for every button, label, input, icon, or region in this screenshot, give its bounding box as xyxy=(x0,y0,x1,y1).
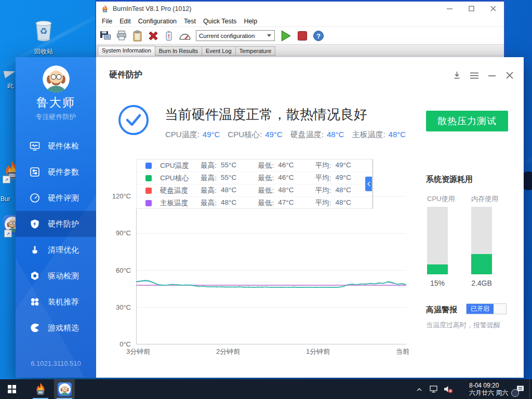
help-icon[interactable]: ? xyxy=(313,30,324,42)
monitor-pulse-icon xyxy=(30,141,40,151)
sidebar-item-game-picks[interactable]: 游戏精选 xyxy=(16,315,96,341)
taskbar-item-ludashi[interactable] xyxy=(54,379,75,399)
menu-configuration[interactable]: Configuration xyxy=(135,18,180,25)
menu-quick-tests[interactable]: Quick Tests xyxy=(200,18,240,25)
start-button[interactable] xyxy=(0,379,24,399)
avg-value: 49°C xyxy=(336,174,351,183)
tab-system-information[interactable]: System Information xyxy=(98,46,155,56)
series-name: CPU温度 xyxy=(160,161,201,170)
recycle-bin-shortcut[interactable]: ♻ 回收站 xyxy=(26,17,61,56)
memory-usage-bar xyxy=(471,207,492,274)
tab-temperature[interactable]: Temperature xyxy=(235,46,276,56)
show-desktop-button[interactable] xyxy=(529,379,532,399)
cpu-usage-label: CPU使用 xyxy=(427,194,455,204)
delete-icon[interactable] xyxy=(148,30,159,42)
sidebar-item-hardware-checkup[interactable]: 硬件体检 xyxy=(16,133,96,159)
memory-usage-bar-fill xyxy=(471,254,492,274)
status-ok-icon xyxy=(118,105,149,135)
maximize-button[interactable] xyxy=(460,2,482,16)
sidebar-item-cleanup[interactable]: 清理优化 xyxy=(16,237,96,263)
svg-text:♻: ♻ xyxy=(39,26,47,36)
menu-edit[interactable]: Edit xyxy=(116,18,135,25)
windows-logo-icon xyxy=(8,385,16,393)
x-axis-label: 2分钟前 xyxy=(216,347,240,356)
avg-value: 48°C xyxy=(336,198,351,208)
series-color-swatch xyxy=(145,200,152,206)
sidebar-item-label: 硬件防护 xyxy=(48,219,79,229)
ludashi-app-icon xyxy=(58,382,72,396)
metric-label: 主板温度: xyxy=(352,130,385,140)
action-center-button[interactable] xyxy=(511,379,529,399)
volume-muted-icon[interactable] xyxy=(441,379,456,399)
sidebar-item-hardware-specs[interactable]: 硬件参数 xyxy=(16,159,96,185)
taskbar-item-burnintest[interactable] xyxy=(30,379,51,399)
clock-date: 六月廿六 周六 xyxy=(469,389,511,396)
network-icon[interactable] xyxy=(427,379,441,399)
avg-value: 48°C xyxy=(336,186,351,195)
max-value: 48°C xyxy=(221,198,236,208)
sidebar-item-label: 清理优化 xyxy=(48,245,79,255)
save-icon[interactable] xyxy=(100,30,111,41)
sidebar-item-pc-builder[interactable]: 装机推荐 xyxy=(16,289,96,315)
close-icon[interactable] xyxy=(505,71,514,80)
app-tagline: 专注硬件防护 xyxy=(16,112,96,122)
print-icon[interactable] xyxy=(116,30,127,41)
tray-chevron-up-icon[interactable] xyxy=(412,379,427,399)
start-test-icon[interactable] xyxy=(280,30,292,42)
max-label: 最高: xyxy=(201,198,217,208)
min-value: 46°C xyxy=(278,161,294,170)
x-axis-label: 当前 xyxy=(396,347,409,356)
temperature-chart xyxy=(136,191,406,349)
sliders-icon xyxy=(30,167,40,177)
x-axis-label: 3分钟前 xyxy=(126,347,150,356)
download-icon[interactable] xyxy=(452,71,461,80)
tab-event-log[interactable]: Event Log xyxy=(202,46,236,56)
legend-row: CPU核心 最高:55°C 最低:46°C 平均:49°C xyxy=(137,171,373,184)
menu-file[interactable]: File xyxy=(98,18,116,25)
sidebar-item-hardware-benchmark[interactable]: 硬件评测 xyxy=(16,185,96,211)
burnintest-shortcut-label[interactable]: Bur xyxy=(1,195,10,203)
sidebar-item-label: 驱动检测 xyxy=(48,271,79,281)
minimize-button[interactable] xyxy=(438,2,460,16)
burnintest-flame-icon xyxy=(34,382,47,396)
overheat-alarm-toggle[interactable]: 已开启 xyxy=(466,303,507,314)
stop-test-icon[interactable] xyxy=(297,30,308,42)
thermal-stress-test-button[interactable]: 散热压力测试 xyxy=(426,111,508,131)
burnintest-window: BurnInTest V8.1 Pro (1012) File Edit Con… xyxy=(95,0,505,57)
this-pc-label[interactable]: 此 xyxy=(7,82,14,90)
max-label: 最高: xyxy=(201,174,217,183)
menu-test[interactable]: Test xyxy=(180,18,200,25)
sidebar-item-label: 硬件评测 xyxy=(48,193,79,203)
y-axis-tick: 60°C xyxy=(116,267,131,274)
temperature-metrics: CPU温度:49°C CPU核心:49°C 硬盘温度:48°C 主板温度:48°… xyxy=(165,130,406,140)
y-axis-tick: 90°C xyxy=(116,229,131,237)
clipboard-icon[interactable] xyxy=(132,30,143,42)
menu-icon[interactable] xyxy=(470,71,479,80)
close-button[interactable] xyxy=(482,2,504,16)
ludashi-avatar xyxy=(43,65,70,92)
sidebar-item-label: 游戏精选 xyxy=(48,323,79,333)
taskbar-clock[interactable]: 8-04 09:20 六月廿六 周六 xyxy=(469,382,511,396)
app-version: 6.1021.3110.510 xyxy=(16,360,96,367)
legend-collapse-button[interactable] xyxy=(365,177,372,191)
app-name: 鲁大师 xyxy=(16,95,96,111)
y-axis-ticks: 0°C30°C60°C90°C120°C xyxy=(100,191,131,352)
sidebar-item-hardware-protection[interactable]: 硬件防护 xyxy=(16,211,96,237)
pacman-icon xyxy=(30,323,40,333)
report-icon[interactable]: ! xyxy=(164,30,174,42)
min-value: 47°C xyxy=(278,198,294,208)
menu-help[interactable]: Help xyxy=(240,18,261,25)
legend-row: CPU温度 最高:55°C 最低:46°C 平均:49°C xyxy=(137,159,373,171)
legend-row: 硬盘温度 最高:48°C 最低:48°C 平均:48°C xyxy=(137,184,373,196)
minimize-icon[interactable] xyxy=(487,71,497,80)
max-value: 55°C xyxy=(221,161,236,170)
memory-usage-value: 2.4GB xyxy=(471,279,492,287)
avg-value: 49°C xyxy=(336,161,351,170)
y-axis-tick: 30°C xyxy=(116,303,131,311)
tab-burn-in-results[interactable]: Burn In Results xyxy=(155,46,202,56)
burnintest-titlebar[interactable]: BurnInTest V8.1 Pro (1012) xyxy=(96,2,504,16)
gauge-icon[interactable] xyxy=(179,31,191,41)
sidebar-item-driver-check[interactable]: 驱动检测 xyxy=(16,263,96,289)
configuration-select[interactable]: Current configuration xyxy=(196,30,275,41)
cpu-usage-value: 15% xyxy=(427,279,448,287)
